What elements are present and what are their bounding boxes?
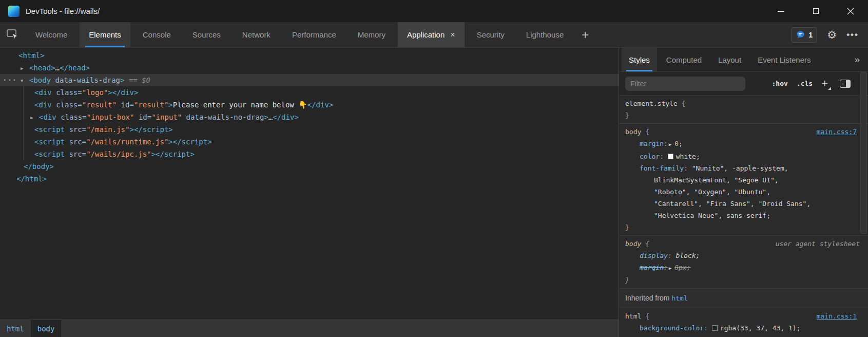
rule-header: main.css:1html { [625,310,862,322]
expand-value-icon[interactable]: ▶ [669,266,671,271]
tab-label: Performance [292,30,336,39]
inherited-from-header: Inherited from html [619,289,868,308]
tree-row[interactable]: <script src="/wails/ipc.js"></script> [0,148,619,160]
rule-footer: } [625,334,862,337]
property-name: display [640,252,668,259]
tree-row[interactable]: <html> [0,49,619,62]
css-selector[interactable]: body [625,128,641,136]
property-value-wrap: BlinkMacSystemFont, "Segoe UI", [625,174,862,186]
close-tab-icon[interactable]: × [450,31,455,39]
css-property[interactable]: background-color: rgba(33, 37, 43, 1); [625,322,862,334]
css-property[interactable]: color: white; [625,151,862,162]
tab-network[interactable]: Network [233,22,280,47]
tab-label: Application [407,30,445,39]
css-selector[interactable]: html [625,312,641,320]
tab-welcome[interactable]: Welcome [26,22,76,47]
toggle-sidebar-pane-icon[interactable]: ← [840,80,851,88]
rule-footer: } [625,221,862,233]
code-token: class= [52,88,82,97]
settings-gear-icon[interactable]: ⚙ [827,29,837,41]
rule-header: element.style { [625,98,862,109]
code-token: id= [117,101,134,109]
expand-arrow-icon[interactable]: ▶ [21,62,23,74]
tab-lighthouse[interactable]: Lighthouse [517,22,573,47]
property-value: block; [676,252,700,259]
property-colon: : [664,140,668,147]
window-close-button[interactable] [833,0,868,22]
property-colon: : [704,324,708,332]
color-swatch[interactable] [712,325,718,331]
css-property[interactable]: display: block; [625,250,862,261]
expand-arrow-icon[interactable]: ▶ [30,111,33,124]
styles-filter-bar: :hov .cls + ← [619,72,868,96]
toolbar-right-actions: 1 ⚙ ••• [792,22,868,47]
color-swatch[interactable] [668,154,673,159]
inspect-cursor-icon [7,29,18,40]
close-brace: } [625,223,629,231]
code-token: Please enter your name below [173,101,298,109]
inherited-element-link[interactable]: html [671,294,687,302]
expand-value-icon[interactable]: ▶ [669,142,671,147]
tab-security[interactable]: Security [468,22,514,47]
tree-row[interactable]: </html> [0,173,619,185]
tree-row[interactable]: <div class="result" id="result">Please e… [0,99,619,111]
window-maximize-button[interactable] [798,0,833,22]
space [708,324,712,332]
sidebar-tab-computed[interactable]: Computed [659,48,709,71]
overflow-tabs-button[interactable]: » [854,48,868,71]
chat-bubble-icon [796,30,805,39]
more-options-button[interactable]: ••• [846,30,859,40]
css-property[interactable]: margin:▶8px; [625,261,862,274]
css-property[interactable]: font-family: "Nunito", -apple-system, [625,162,862,174]
sidebar-tab-label: Styles [629,55,650,64]
stylesheet-link[interactable]: main.css:1 [817,310,857,322]
tab-label: Network [242,30,271,39]
tree-row[interactable]: <script src="/wails/runtime.js"></script… [0,136,619,148]
tree-row[interactable]: <div class="logo"></div> [0,86,619,99]
crumb-html[interactable]: html [0,320,31,337]
tab-application[interactable]: Application× [398,22,465,47]
code-token: </div> [273,113,299,121]
tab-label: Sources [192,30,221,39]
collapse-arrow-icon[interactable]: ▼ [21,74,23,87]
css-property[interactable]: margin:▶0; [625,138,862,151]
styles-filter-input[interactable] [625,77,745,91]
close-brace: } [625,276,629,284]
tree-row[interactable]: ▶<div class="input-box" id="input" data-… [0,111,619,123]
toggle-element-classes-button[interactable]: .cls [797,80,813,87]
sidebar-tab-styles[interactable]: Styles [622,48,657,71]
feedback-button[interactable]: 1 [792,27,817,43]
code-token: <body [29,76,51,84]
inspect-element-button[interactable] [0,22,25,47]
code-token: <div [34,88,52,97]
maximize-icon [813,8,819,14]
tree-row[interactable]: ▶<head>…</head> [0,62,619,74]
tab-memory[interactable]: Memory [349,22,395,47]
tab-performance[interactable]: Performance [283,22,345,47]
tab-elements[interactable]: Elements [80,22,130,47]
code-token: ></script> [168,138,211,146]
tree-row[interactable]: <script src="/main.js"></script> [0,123,619,136]
crumb-body[interactable]: body [31,320,62,337]
new-style-rule-button[interactable]: + [821,78,831,89]
property-value: white; [676,153,700,160]
new-tab-button[interactable]: + [574,22,596,47]
devtools-tabs: WelcomeElementsConsoleSourcesNetworkPerf… [25,22,574,47]
row-menu-dots[interactable]: ··· [3,74,17,86]
tab-label: Welcome [35,30,67,39]
toggle-pseudo-state-button[interactable]: :hov [772,80,788,87]
tree-row[interactable]: ···▼<body data-wails-drag> == $0 [0,74,619,86]
sidebar-tab-layout[interactable]: Layout [711,48,748,71]
css-selector[interactable]: body [625,240,641,248]
tab-sources[interactable]: Sources [183,22,230,47]
sidebar-tab-event-listeners[interactable]: Event Listeners [750,48,818,71]
css-rule: element.style {} [619,96,868,124]
stylesheet-link[interactable]: main.css:7 [817,126,857,138]
left-arrow-icon: ← [841,80,845,87]
window-minimize-button[interactable] [763,0,798,22]
property-colon: : [684,164,688,172]
css-selector[interactable]: element.style [625,100,678,107]
tree-row[interactable]: </body> [0,160,619,173]
tab-console[interactable]: Console [133,22,180,47]
styles-scrollbar-thumb[interactable] [860,72,867,234]
